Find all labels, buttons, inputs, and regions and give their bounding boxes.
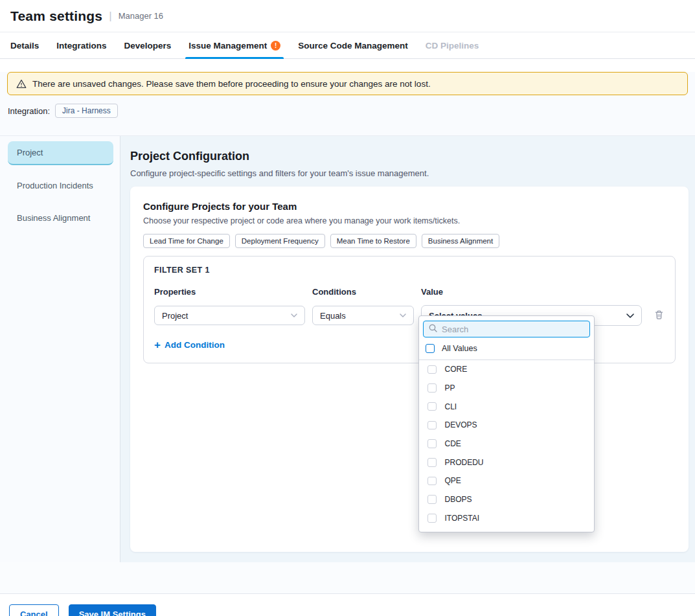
dropdown-option[interactable]: PP <box>419 379 594 398</box>
metric-chip: Deployment Frequency <box>235 234 325 248</box>
project-config-card: Configure Projects for your Team Choose … <box>130 187 689 552</box>
dropdown-option[interactable]: CDE <box>419 435 594 453</box>
value-dropdown-panel: Search All Values CORE PP CLI DEVOPS <box>418 315 595 532</box>
metric-chip: Mean Time to Restore <box>330 234 416 248</box>
dropdown-option[interactable]: PIPE <box>419 527 594 532</box>
option-checkbox[interactable] <box>427 365 437 374</box>
dropdown-option[interactable]: PRODEDU <box>419 453 594 472</box>
team-name-label: Manager 16 <box>119 11 163 21</box>
card-subtitle: Choose your respective project or code a… <box>143 216 676 225</box>
option-checkbox[interactable] <box>427 383 437 393</box>
banner-message: There are unsaved changes. Please save t… <box>32 79 431 89</box>
sidebar-item[interactable]: Business Alignment <box>8 206 113 230</box>
settings-tab[interactable]: Source Code Management <box>298 32 408 58</box>
tab-label: Integrations <box>56 41 106 51</box>
dropdown-option[interactable]: CLI <box>419 397 594 416</box>
option-label: CDE <box>445 439 461 448</box>
integration-label: Integration: <box>8 106 50 116</box>
value-column-label: Value <box>421 287 642 297</box>
option-checkbox[interactable] <box>427 439 437 448</box>
properties-column-label: Properties <box>154 287 305 297</box>
option-label: CLI <box>445 402 457 411</box>
search-icon <box>429 323 437 335</box>
chevron-down-icon <box>291 314 297 317</box>
condition-select[interactable]: Equals <box>312 306 414 325</box>
all-values-checkbox[interactable] <box>426 344 435 353</box>
tab-label: Issue Management <box>188 41 267 51</box>
sidebar-item[interactable]: Project <box>8 141 113 165</box>
option-checkbox[interactable] <box>427 495 437 504</box>
page-header: Team settings | Manager 16 <box>0 0 695 32</box>
tab-label: Developers <box>124 41 172 51</box>
filter-column-labels: Properties Conditions Value <box>154 287 665 297</box>
filter-set-title: FILTER SET 1 <box>154 266 665 275</box>
option-label: PP <box>445 383 455 393</box>
option-label: DBOPS <box>445 495 472 504</box>
title-separator: | <box>109 10 111 23</box>
tab-label: Source Code Management <box>298 41 408 51</box>
save-im-settings-button[interactable]: Save IM Settings <box>69 604 156 616</box>
chevron-down-icon <box>400 314 406 317</box>
sub-header-strip: There are unsaved changes. Please save t… <box>0 72 695 136</box>
sidebar-item-label: Production Incidents <box>17 181 93 190</box>
dropdown-option[interactable]: ITOPSTAI <box>419 509 594 528</box>
main-panel: Project Configuration Configure project-… <box>120 136 695 562</box>
dropdown-option[interactable]: DBOPS <box>419 490 594 509</box>
settings-tab-bar: Details Integrations Developers Issue Ma… <box>0 32 695 59</box>
section-title: Project Configuration <box>130 150 689 163</box>
dropdown-option[interactable]: CORE <box>419 360 594 379</box>
condition-select-value: Equals <box>320 311 346 321</box>
settings-tab[interactable]: Details <box>10 32 39 58</box>
sidebar-item-label: Business Alignment <box>17 213 90 223</box>
cancel-button[interactable]: Cancel <box>9 604 59 616</box>
add-condition-button[interactable]: + Add Condition <box>154 339 225 350</box>
integration-row: Integration: Jira - Harness <box>0 95 695 118</box>
option-label: CORE <box>445 365 468 374</box>
delete-filter-button[interactable] <box>654 310 664 322</box>
tab-label: CD Pipelines <box>426 41 479 51</box>
plus-icon: + <box>154 339 161 350</box>
option-checkbox[interactable] <box>427 421 437 430</box>
option-checkbox[interactable] <box>427 477 437 486</box>
chevron-down-icon <box>626 314 634 318</box>
dropdown-option-list: CORE PP CLI DEVOPS CDE <box>419 360 594 532</box>
integration-chip[interactable]: Jira - Harness <box>55 104 118 118</box>
option-label: QPE <box>445 476 461 485</box>
metric-chip: Lead Time for Change <box>143 234 230 248</box>
settings-tab[interactable]: CD Pipelines <box>426 32 479 58</box>
filter-set-box: FILTER SET 1 Properties Conditions Value… <box>143 256 676 363</box>
metric-chip-row: Lead Time for Change Deployment Frequenc… <box>143 234 676 248</box>
option-label: ITOPSTAI <box>445 514 480 523</box>
page-title: Team settings <box>10 8 102 24</box>
option-label: PRODEDU <box>445 458 484 467</box>
footer-spacer <box>0 562 695 594</box>
settings-sidebar: Project Production Incidents Business Al… <box>0 136 120 562</box>
trash-icon <box>654 310 664 322</box>
dropdown-search-input[interactable]: Search <box>423 321 590 337</box>
settings-tab[interactable]: Developers <box>124 32 172 58</box>
settings-tab[interactable]: Integrations <box>56 32 106 58</box>
property-select-value: Project <box>162 311 188 321</box>
dropdown-option[interactable]: QPE <box>419 472 594 490</box>
unsaved-alert-badge-icon: ! <box>271 41 280 51</box>
all-values-option[interactable]: All Values <box>419 337 594 360</box>
option-checkbox[interactable] <box>427 402 437 411</box>
sidebar-item[interactable]: Production Incidents <box>8 174 113 198</box>
footer-action-bar: Cancel Save IM Settings <box>0 594 695 616</box>
card-title: Configure Projects for your Team <box>143 201 676 212</box>
section-subtitle: Configure project-specific settings and … <box>130 168 689 178</box>
all-values-label: All Values <box>442 344 477 353</box>
dropdown-option[interactable]: DEVOPS <box>419 416 594 435</box>
settings-tab[interactable]: Issue Management ! <box>188 32 280 58</box>
tab-label: Details <box>10 41 39 51</box>
property-select[interactable]: Project <box>154 306 305 325</box>
add-condition-label: Add Condition <box>165 340 225 350</box>
warning-triangle-icon <box>16 79 27 89</box>
option-label: DEVOPS <box>445 420 477 429</box>
sidebar-item-label: Project <box>17 148 43 157</box>
unsaved-changes-banner: There are unsaved changes. Please save t… <box>7 72 688 95</box>
option-checkbox[interactable] <box>427 514 437 523</box>
option-checkbox[interactable] <box>427 458 437 467</box>
metric-chip: Business Alignment <box>422 234 499 248</box>
search-placeholder: Search <box>442 325 468 334</box>
